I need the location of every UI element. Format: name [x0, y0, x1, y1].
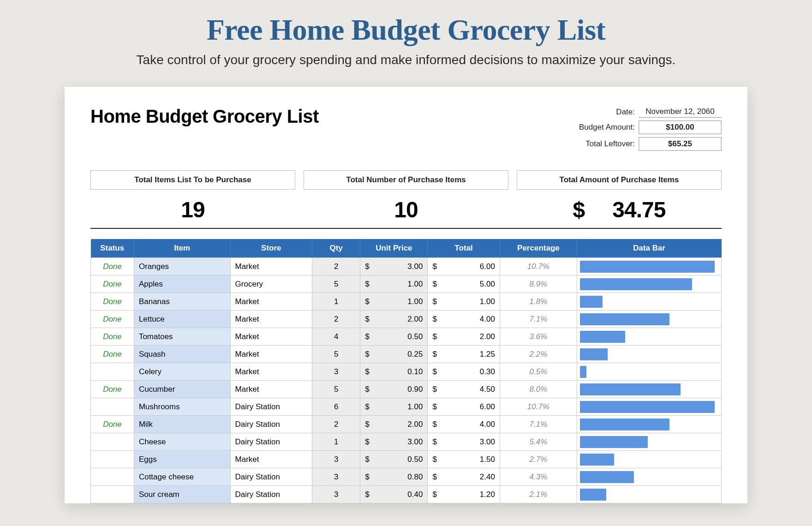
cell-store[interactable]: Market [230, 363, 312, 381]
cell-unit[interactable]: 0.25 [360, 346, 428, 363]
cell-qty[interactable]: 3 [312, 363, 360, 381]
cell-item[interactable]: Oranges [134, 258, 230, 275]
data-bar [580, 313, 669, 325]
table-row[interactable]: DoneLettuceMarket22.004.007.1% [91, 311, 722, 328]
cell-item[interactable]: Mushrooms [134, 398, 230, 416]
cell-item[interactable]: Tomatoes [134, 328, 230, 346]
table-row[interactable]: CeleryMarket30.100.300.5% [91, 363, 722, 381]
cell-store[interactable]: Market [230, 328, 312, 346]
cell-item[interactable]: Bananas [134, 293, 230, 311]
cell-item[interactable]: Cottage cheese [134, 468, 230, 486]
cell-status[interactable] [91, 363, 134, 381]
cell-status[interactable] [91, 433, 134, 451]
cell-item[interactable]: Milk [134, 416, 230, 433]
cell-store[interactable]: Dairy Station [230, 433, 312, 451]
cell-item[interactable]: Cucumber [134, 381, 230, 398]
cell-store[interactable]: Market [230, 258, 312, 275]
cell-store[interactable]: Dairy Station [230, 416, 312, 433]
cell-status[interactable]: Done [91, 275, 134, 293]
cell-unit[interactable]: 0.80 [360, 468, 428, 486]
cell-bar [577, 451, 721, 468]
cell-qty[interactable]: 6 [312, 398, 360, 416]
cell-unit[interactable]: 2.00 [360, 311, 428, 328]
cell-store[interactable]: Market [230, 381, 312, 398]
cell-unit[interactable]: 0.50 [360, 451, 428, 468]
cell-unit[interactable]: 1.00 [360, 398, 428, 416]
cell-qty[interactable]: 2 [312, 416, 360, 433]
cell-item[interactable]: Sour cream [134, 486, 230, 503]
cell-qty[interactable]: 5 [312, 275, 360, 293]
cell-qty[interactable]: 4 [312, 328, 360, 346]
cell-qty[interactable]: 3 [312, 468, 360, 486]
table-row[interactable]: DoneTomatoesMarket40.502.003.6% [91, 328, 722, 346]
cell-item[interactable]: Apples [134, 275, 230, 293]
cell-store[interactable]: Market [230, 293, 312, 311]
cell-qty[interactable]: 5 [312, 346, 360, 363]
cell-unit[interactable]: 2.00 [360, 416, 428, 433]
date-value[interactable]: November 12, 2060 [639, 106, 722, 118]
divider [90, 228, 722, 229]
cell-store[interactable]: Dairy Station [230, 398, 312, 416]
cell-status[interactable] [91, 486, 134, 503]
cell-unit[interactable]: 0.90 [360, 381, 428, 398]
cell-pct: 10.7% [500, 398, 577, 416]
table-row[interactable]: Sour creamDairy Station30.401.202.1% [91, 486, 722, 503]
cell-store[interactable]: Market [230, 311, 312, 328]
cell-qty[interactable]: 1 [312, 293, 360, 311]
cell-item[interactable]: Cheese [134, 433, 230, 451]
table-row[interactable]: DoneApplesGrocery51.005.008.9% [91, 275, 722, 293]
cell-unit[interactable]: 0.10 [360, 363, 428, 381]
cell-status[interactable]: Done [91, 346, 134, 363]
summary-value: $34.75 [517, 190, 722, 226]
table-row[interactable]: DoneOrangesMarket23.006.0010.7% [91, 258, 722, 275]
cell-qty[interactable]: 5 [312, 381, 360, 398]
summary-amount: Total Amount of Purchase Items $34.75 [517, 170, 722, 226]
cell-qty[interactable]: 3 [312, 451, 360, 468]
cell-status[interactable]: Done [91, 258, 134, 275]
cell-item[interactable]: Celery [134, 363, 230, 381]
cell-status[interactable]: Done [91, 328, 134, 346]
cell-bar [577, 275, 721, 293]
cell-item[interactable]: Squash [134, 346, 230, 363]
cell-status[interactable]: Done [91, 381, 134, 398]
table-row[interactable]: CheeseDairy Station13.003.005.4% [91, 433, 722, 451]
cell-item[interactable]: Eggs [134, 451, 230, 468]
cell-qty[interactable]: 2 [312, 258, 360, 275]
summary-row: Total Items List To be Purchase 19 Total… [90, 170, 722, 226]
cell-status[interactable] [91, 451, 134, 468]
cell-unit[interactable]: 3.00 [360, 433, 428, 451]
cell-status[interactable]: Done [91, 311, 134, 328]
table-row[interactable]: EggsMarket30.501.502.7% [91, 451, 722, 468]
cell-unit[interactable]: 0.50 [360, 328, 428, 346]
cell-qty[interactable]: 1 [312, 433, 360, 451]
cell-store[interactable]: Market [230, 346, 312, 363]
table-row[interactable]: DoneCucumberMarket50.904.508.0% [91, 381, 722, 398]
cell-status[interactable] [91, 398, 134, 416]
cell-pct: 2.2% [500, 346, 577, 363]
table-row[interactable]: Cottage cheeseDairy Station30.802.404.3% [91, 468, 722, 486]
cell-unit[interactable]: 1.00 [360, 293, 428, 311]
cell-status[interactable] [91, 468, 134, 486]
cell-unit[interactable]: 3.00 [360, 258, 428, 275]
cell-unit[interactable]: 0.40 [360, 486, 428, 503]
cell-total: 4.00 [428, 416, 500, 433]
table-row[interactable]: DoneSquashMarket50.251.252.2% [91, 346, 722, 363]
cell-bar [577, 486, 721, 503]
cell-store[interactable]: Market [230, 451, 312, 468]
cell-unit[interactable]: 1.00 [360, 275, 428, 293]
table-row[interactable]: MushroomsDairy Station61.006.0010.7% [91, 398, 722, 416]
table-row[interactable]: DoneBananasMarket11.001.001.8% [91, 293, 722, 311]
cell-store[interactable]: Dairy Station [230, 486, 312, 503]
cell-qty[interactable]: 3 [312, 486, 360, 503]
cell-total: 3.00 [428, 433, 500, 451]
cell-status[interactable]: Done [91, 416, 134, 433]
cell-store[interactable]: Grocery [230, 275, 312, 293]
table-row[interactable]: DoneMilkDairy Station22.004.007.1% [91, 416, 722, 433]
cell-item[interactable]: Lettuce [134, 311, 230, 328]
cell-store[interactable]: Dairy Station [230, 468, 312, 486]
cell-pct: 4.3% [500, 468, 577, 486]
cell-bar [577, 346, 721, 363]
cell-status[interactable]: Done [91, 293, 134, 311]
cell-qty[interactable]: 2 [312, 311, 360, 328]
budget-value[interactable]: $100.00 [639, 120, 722, 134]
